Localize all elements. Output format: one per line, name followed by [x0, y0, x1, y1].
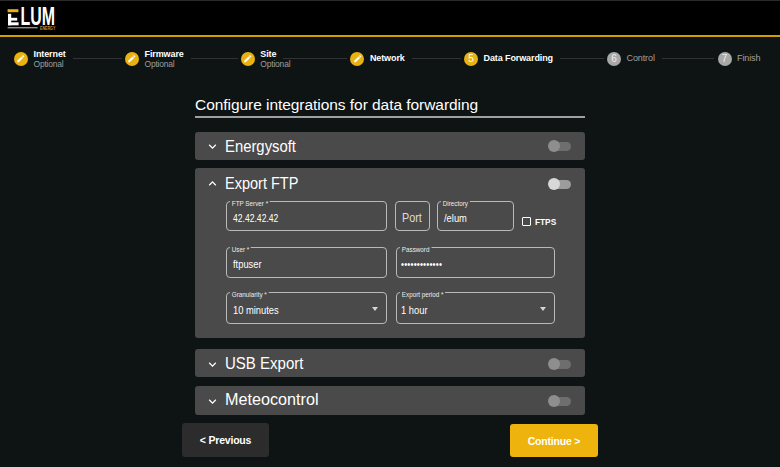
svg-text:ENERGY: ENERGY — [40, 26, 55, 31]
